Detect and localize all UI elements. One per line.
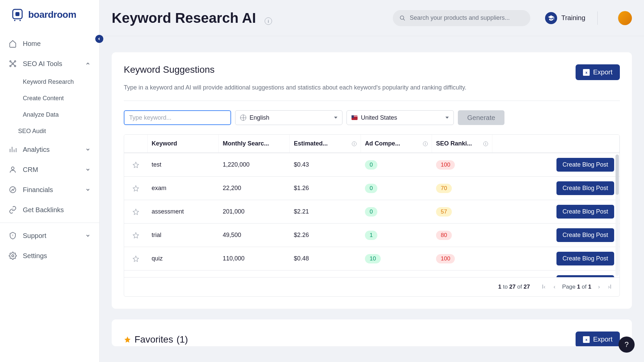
scrollbar[interactable] [615,155,619,276]
nav-settings-label: Settings [23,252,47,260]
nav-seo-label: SEO AI Tools [23,60,62,68]
nav-settings[interactable]: Settings [0,246,99,266]
nav-backlinks[interactable]: Get Backlinks [0,200,99,220]
favorite-toggle[interactable] [124,204,148,220]
cell-ad-competition: 0 [361,202,432,221]
svg-point-5 [14,61,16,62]
favorites-export-button[interactable]: x Export [576,331,620,346]
cell-searches: 1,220,000 [219,157,290,173]
info-icon[interactable]: i [352,141,357,146]
page-indicator: Page 1 of 1 [562,284,591,290]
svg-point-7 [14,65,16,67]
excel-icon: x [583,69,590,76]
next-page-button[interactable]: › [597,282,601,292]
chevron-down-icon [85,187,91,192]
global-search[interactable] [393,10,530,26]
nav-financials-label: Financials [23,186,53,194]
chevron-down-icon [85,233,91,238]
nav-divider [0,223,99,223]
th-ad-competition[interactable]: Ad Compe...i [361,135,432,153]
pagination-range: 1 to 27 of 27 [498,284,530,290]
sidebar: boardroom Home SEO AI Tools Keyword Rese… [0,0,100,362]
logo[interactable]: boardroom [0,0,99,31]
export-label: Export [593,336,612,343]
svg-point-4 [10,61,11,62]
info-icon[interactable]: i [423,141,428,146]
chevron-up-icon [85,61,91,66]
favorites-card: Favorites (1) x Export [112,319,632,346]
cell-cpc: $0.48 [290,250,361,267]
favorite-toggle[interactable] [124,251,148,267]
favorite-toggle[interactable] [124,227,148,243]
th-estimated-cpc[interactable]: Estimated...i [290,135,361,153]
favorite-toggle[interactable] [124,157,148,173]
card-title: Keyword Suggestions [124,64,215,75]
cell-seo-ranking: 64 [432,273,492,278]
link-icon [9,206,17,214]
nav-analytics[interactable]: Analytics [0,139,99,160]
cell-ad-competition: 10 [361,249,432,268]
cell-keyword: test [148,157,219,173]
create-blog-post-button[interactable]: Create Blog Post [556,228,614,242]
finance-icon [9,186,17,194]
help-fab[interactable]: ? [619,337,635,353]
cell-cpc: $2.26 [290,227,361,243]
info-icon[interactable]: i [483,141,488,146]
sidebar-collapse-button[interactable] [95,35,103,43]
sub-seo-audit[interactable]: SEO Audit [13,123,99,139]
keyword-input[interactable] [124,110,231,125]
info-icon[interactable]: i [265,17,272,25]
sub-analyze-data[interactable]: Analyze Data [13,107,99,123]
th-monthly-searches[interactable]: Monthly Searc... [219,135,290,153]
cell-seo-ranking: 80 [432,226,492,245]
nav-crm[interactable]: CRM [0,160,99,180]
table-footer: 1 to 27 of 27 I‹ ‹ Page 1 of 1 › ›I [124,277,620,296]
last-page-button[interactable]: ›I [607,282,613,292]
th-keyword[interactable]: Keyword [148,135,219,153]
training-button[interactable]: Training [545,12,585,24]
sub-keyword-research[interactable]: Keyword Research [13,74,99,90]
table-row: test1,220,000$0.430100Create Blog Post [124,153,620,177]
nav-support[interactable]: Support [0,226,99,246]
export-button[interactable]: x Export [576,64,620,80]
nav-home[interactable]: Home [0,34,99,54]
user-avatar[interactable] [618,11,632,25]
country-select[interactable]: United States [346,110,454,125]
user-icon [9,166,17,174]
content: Keyword Suggestions x Export Type in a k… [100,36,644,362]
excel-icon: x [583,336,590,343]
th-seo-ranking[interactable]: SEO Ranki...i [432,135,492,153]
prev-page-button[interactable]: ‹ [552,282,557,292]
cell-keyword: examination [148,274,219,277]
cell-cpc: $2.21 [290,203,361,220]
home-icon [9,40,17,48]
keyword-table: Keyword Monthly Searc... Estimated...i A… [124,134,620,297]
sub-create-content[interactable]: Create Content [13,90,99,107]
first-page-button[interactable]: I‹ [541,282,547,292]
create-blog-post-button[interactable]: Create Blog Post [556,205,614,219]
create-blog-post-button[interactable]: Create Blog Post [556,181,614,195]
page-title: Keyword Research AI i [112,10,272,26]
cell-searches: 14,800 [219,274,290,277]
global-search-input[interactable] [410,14,524,21]
language-select[interactable]: English [235,110,342,125]
nav-seo-tools[interactable]: SEO AI Tools [0,54,99,74]
create-blog-post-button[interactable]: Create Blog Post [556,158,614,172]
cell-keyword: quiz [148,250,219,267]
table-body[interactable]: test1,220,000$0.430100Create Blog Postex… [124,153,620,277]
chevron-down-icon [85,147,91,152]
graduation-icon [545,12,557,24]
generate-button[interactable]: Generate [458,110,504,125]
nav: Home SEO AI Tools Keyword Research Creat… [0,31,99,362]
svg-point-8 [12,63,13,64]
favorite-toggle[interactable] [124,274,148,278]
cell-seo-ranking: 100 [432,156,492,174]
scrollbar-thumb[interactable] [615,155,619,195]
favorite-toggle[interactable] [124,180,148,196]
create-blog-post-button[interactable]: Create Blog Post [556,252,614,265]
cell-keyword: exam [148,180,219,196]
nav-financials[interactable]: Financials [0,180,99,200]
cell-ad-competition: 0 [361,273,432,278]
shield-icon [9,232,17,240]
create-blog-post-button[interactable]: Create Blog Post [556,275,614,277]
